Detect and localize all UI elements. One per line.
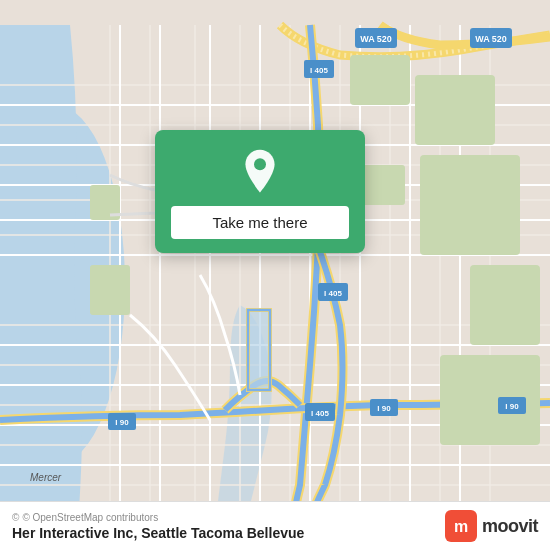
location-pin-icon bbox=[236, 148, 284, 196]
bottom-left-info: © © OpenStreetMap contributors Her Inter… bbox=[12, 512, 304, 541]
svg-rect-39 bbox=[248, 310, 270, 390]
bottom-bar: © © OpenStreetMap contributors Her Inter… bbox=[0, 501, 550, 550]
svg-rect-47 bbox=[90, 265, 130, 315]
svg-rect-44 bbox=[420, 155, 520, 255]
svg-text:Mercer: Mercer bbox=[30, 472, 62, 483]
moovit-logo: m moovit bbox=[445, 510, 538, 542]
location-card: Take me there bbox=[155, 130, 365, 253]
copyright-symbol: © bbox=[12, 512, 19, 523]
attribution-text: © OpenStreetMap contributors bbox=[22, 512, 158, 523]
svg-text:WA 520: WA 520 bbox=[360, 34, 392, 44]
svg-text:I 90: I 90 bbox=[505, 402, 519, 411]
moovit-text: moovit bbox=[482, 516, 538, 537]
map-svg: WA 520 WA 520 I 405 I 405 I 405 I 90 I 9… bbox=[0, 0, 550, 550]
svg-text:I 405: I 405 bbox=[310, 66, 328, 75]
svg-text:I 405: I 405 bbox=[324, 289, 342, 298]
svg-rect-43 bbox=[415, 75, 495, 145]
svg-text:WA 520: WA 520 bbox=[475, 34, 507, 44]
svg-point-67 bbox=[254, 158, 266, 170]
svg-text:I 90: I 90 bbox=[377, 404, 391, 413]
company-name: Her Interactive Inc, Seattle Tacoma Bell… bbox=[12, 525, 304, 541]
map-attribution: © © OpenStreetMap contributors bbox=[12, 512, 304, 523]
map-container: WA 520 WA 520 I 405 I 405 I 405 I 90 I 9… bbox=[0, 0, 550, 550]
svg-text:I 405: I 405 bbox=[311, 409, 329, 418]
svg-text:m: m bbox=[454, 518, 468, 535]
svg-text:I 90: I 90 bbox=[115, 418, 129, 427]
moovit-icon: m bbox=[445, 510, 477, 542]
svg-rect-42 bbox=[350, 55, 410, 105]
take-me-there-button[interactable]: Take me there bbox=[171, 206, 349, 239]
svg-rect-46 bbox=[470, 265, 540, 345]
